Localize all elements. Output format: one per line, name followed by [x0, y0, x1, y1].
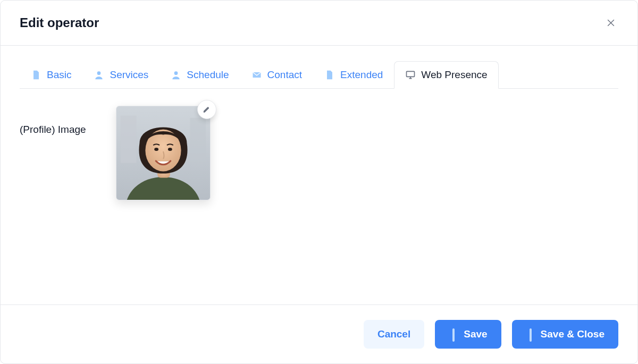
monitor-icon	[405, 70, 416, 80]
tab-label: Services	[110, 69, 148, 81]
tab-contact[interactable]: Contact	[240, 61, 313, 89]
tab-label: Extended	[340, 69, 383, 81]
tab-label: Schedule	[187, 69, 229, 81]
svg-point-9	[168, 148, 172, 151]
tab-label: Basic	[47, 69, 71, 81]
button-label: Save	[464, 328, 487, 340]
modal-footer: Cancel Save Save & Close	[1, 304, 637, 363]
svg-point-0	[97, 71, 101, 75]
svg-rect-4	[121, 116, 137, 163]
svg-rect-5	[190, 118, 206, 162]
person-icon	[94, 70, 104, 80]
modal-title: Edit operator	[20, 15, 99, 30]
file-icon	[31, 70, 41, 80]
profile-image[interactable]	[116, 106, 211, 200]
modal-header: Edit operator	[1, 1, 637, 46]
edit-image-button[interactable]	[197, 100, 216, 119]
tab-label: Web Presence	[421, 69, 487, 81]
close-icon	[606, 18, 616, 28]
button-label: Cancel	[377, 328, 410, 340]
tabs: Basic Services Schedule Contact Extended…	[20, 61, 618, 89]
tab-schedule[interactable]: Schedule	[160, 61, 240, 89]
person-icon	[171, 70, 181, 80]
tab-panel-web-presence: (Profile) Image	[1, 89, 637, 200]
tab-basic[interactable]: Basic	[20, 61, 82, 89]
save-icon	[526, 329, 535, 339]
tab-services[interactable]: Services	[82, 61, 160, 89]
avatar-image	[116, 106, 210, 200]
button-label: Save & Close	[541, 328, 605, 340]
save-icon	[449, 329, 458, 339]
tab-web-presence[interactable]: Web Presence	[394, 61, 498, 89]
tab-extended[interactable]: Extended	[313, 61, 394, 89]
close-button[interactable]	[603, 15, 618, 30]
svg-point-1	[174, 71, 178, 75]
svg-rect-2	[407, 71, 415, 77]
save-and-close-button[interactable]: Save & Close	[512, 320, 618, 349]
tabs-container: Basic Services Schedule Contact Extended…	[1, 61, 637, 89]
save-button[interactable]: Save	[435, 320, 501, 349]
file-icon	[324, 70, 335, 80]
profile-image-label: (Profile) Image	[20, 124, 86, 136]
mail-icon	[251, 70, 262, 80]
cancel-button[interactable]: Cancel	[364, 320, 424, 349]
svg-point-8	[154, 148, 158, 151]
tab-label: Contact	[267, 69, 302, 81]
pencil-icon	[203, 105, 211, 114]
